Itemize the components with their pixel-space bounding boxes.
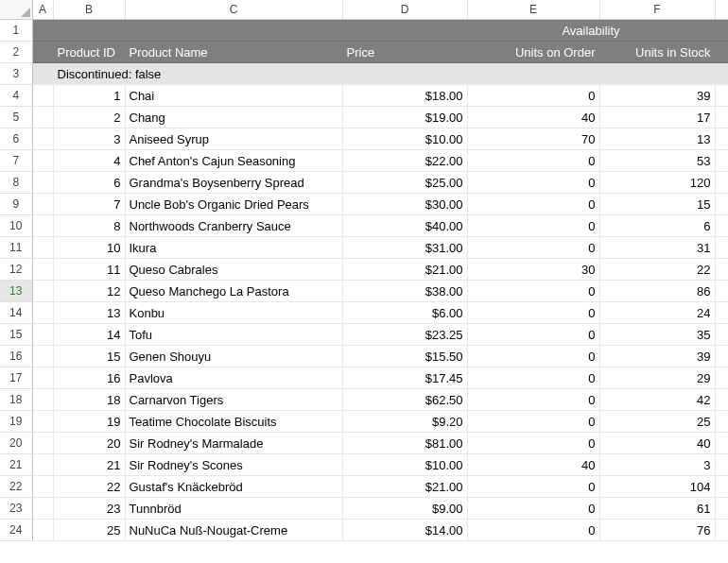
cell-A10[interactable]: [32, 215, 53, 237]
row-header-18[interactable]: 18: [0, 389, 32, 411]
cell-product-id[interactable]: 13: [53, 302, 125, 324]
cell-product-name[interactable]: Chef Anton's Cajun Seasoning: [125, 150, 342, 172]
cell-product-name[interactable]: Chai: [125, 85, 342, 107]
cell-units-on-order[interactable]: 0: [467, 215, 599, 237]
cell-product-name[interactable]: Queso Cabrales: [125, 259, 342, 281]
header-units-on-order[interactable]: Units on Order: [467, 42, 599, 63]
row-header-11[interactable]: 11: [0, 237, 32, 259]
cell-product-id[interactable]: 16: [53, 367, 125, 389]
cell-product-id[interactable]: 3: [53, 128, 125, 150]
header-units-in-stock[interactable]: Units in Stock: [599, 42, 715, 63]
cell-price[interactable]: $30.00: [342, 194, 467, 215]
row-header-10[interactable]: 10: [0, 215, 32, 237]
cell-C1[interactable]: [125, 20, 342, 42]
cell-A20[interactable]: [32, 433, 53, 454]
cell-product-id[interactable]: 8: [53, 215, 125, 237]
cell-price[interactable]: $15.50: [342, 346, 467, 367]
cell-A12[interactable]: [32, 259, 53, 281]
cell-price[interactable]: $23.25: [342, 324, 467, 346]
cell-units-on-order[interactable]: 0: [467, 411, 599, 433]
cell-product-name[interactable]: Uncle Bob's Organic Dried Pears: [125, 194, 342, 215]
cell-units-in-stock[interactable]: 39: [599, 85, 715, 107]
cell-A6[interactable]: [32, 128, 53, 150]
cell-product-name[interactable]: Queso Manchego La Pastora: [125, 281, 342, 302]
cell-product-id[interactable]: 14: [53, 324, 125, 346]
cell-units-on-order[interactable]: 0: [467, 194, 599, 215]
row-header-22[interactable]: 22: [0, 476, 32, 498]
cell-product-id[interactable]: 7: [53, 194, 125, 215]
cell-A7[interactable]: [32, 150, 53, 172]
header-product-id[interactable]: Product ID: [53, 42, 125, 63]
group-label[interactable]: Discontinued: false: [53, 63, 715, 85]
cell-product-name[interactable]: Tofu: [125, 324, 342, 346]
cell-product-id[interactable]: 15: [53, 346, 125, 367]
cell-units-on-order[interactable]: 0: [467, 237, 599, 259]
cell-units-on-order[interactable]: 0: [467, 281, 599, 302]
cell-product-id[interactable]: 11: [53, 259, 125, 281]
cell-units-on-order[interactable]: 0: [467, 150, 599, 172]
cell-price[interactable]: $10.00: [342, 454, 467, 476]
cell-A3[interactable]: [32, 63, 53, 85]
cell-product-name[interactable]: Gustaf's Knäckebröd: [125, 476, 342, 498]
header-product-name[interactable]: Product Name: [125, 42, 342, 63]
cell-product-id[interactable]: 25: [53, 520, 125, 541]
cell-A15[interactable]: [32, 324, 53, 346]
cell-product-id[interactable]: 12: [53, 281, 125, 302]
cell-product-name[interactable]: Northwoods Cranberry Sauce: [125, 215, 342, 237]
column-header-B[interactable]: B: [53, 0, 125, 20]
row-header-14[interactable]: 14: [0, 302, 32, 324]
cell-units-in-stock[interactable]: 15: [599, 194, 715, 215]
cell-A19[interactable]: [32, 411, 53, 433]
cell-E1[interactable]: Availability: [467, 20, 715, 42]
cell-units-on-order[interactable]: 0: [467, 520, 599, 541]
row-header-15[interactable]: 15: [0, 324, 32, 346]
cell-price[interactable]: $19.00: [342, 107, 467, 128]
cell-product-id[interactable]: 19: [53, 411, 125, 433]
cell-price[interactable]: $18.00: [342, 85, 467, 107]
cell-A2[interactable]: [32, 42, 53, 63]
cell-units-on-order[interactable]: 40: [467, 107, 599, 128]
cell-units-on-order[interactable]: 0: [467, 302, 599, 324]
cell-price[interactable]: $9.00: [342, 498, 467, 520]
cell-units-on-order[interactable]: 0: [467, 433, 599, 454]
cell-units-on-order[interactable]: 0: [467, 324, 599, 346]
cell-units-on-order[interactable]: 0: [467, 498, 599, 520]
row-header-13[interactable]: 13: [0, 281, 32, 302]
row-header-16[interactable]: 16: [0, 346, 32, 367]
cell-product-id[interactable]: 23: [53, 498, 125, 520]
cell-units-on-order[interactable]: 30: [467, 259, 599, 281]
cell-A11[interactable]: [32, 237, 53, 259]
column-header-C[interactable]: C: [125, 0, 342, 20]
row-header-19[interactable]: 19: [0, 411, 32, 433]
cell-A4[interactable]: [32, 85, 53, 107]
cell-price[interactable]: $21.00: [342, 476, 467, 498]
cell-product-id[interactable]: 21: [53, 454, 125, 476]
cell-units-on-order[interactable]: 40: [467, 454, 599, 476]
header-price[interactable]: Price: [342, 42, 467, 63]
cell-product-name[interactable]: Chang: [125, 107, 342, 128]
column-header-F[interactable]: F: [599, 0, 715, 20]
cell-price[interactable]: $17.45: [342, 367, 467, 389]
cell-price[interactable]: $25.00: [342, 172, 467, 194]
cell-product-name[interactable]: Pavlova: [125, 367, 342, 389]
cell-A22[interactable]: [32, 476, 53, 498]
row-header-6[interactable]: 6: [0, 128, 32, 150]
cell-units-on-order[interactable]: 0: [467, 172, 599, 194]
cell-price[interactable]: $22.00: [342, 150, 467, 172]
cell-product-name[interactable]: Carnarvon Tigers: [125, 389, 342, 411]
cell-units-in-stock[interactable]: 31: [599, 237, 715, 259]
cell-units-in-stock[interactable]: 76: [599, 520, 715, 541]
cell-product-id[interactable]: 20: [53, 433, 125, 454]
cell-units-in-stock[interactable]: 3: [599, 454, 715, 476]
cell-A13[interactable]: [32, 281, 53, 302]
column-header-A[interactable]: A: [32, 0, 53, 20]
cell-price[interactable]: $38.00: [342, 281, 467, 302]
cell-product-name[interactable]: Sir Rodney's Marmalade: [125, 433, 342, 454]
cell-price[interactable]: $10.00: [342, 128, 467, 150]
cell-product-id[interactable]: 10: [53, 237, 125, 259]
cell-units-in-stock[interactable]: 35: [599, 324, 715, 346]
cell-price[interactable]: $14.00: [342, 520, 467, 541]
cell-product-id[interactable]: 6: [53, 172, 125, 194]
cell-A24[interactable]: [32, 520, 53, 541]
row-header-3[interactable]: 3: [0, 63, 32, 85]
